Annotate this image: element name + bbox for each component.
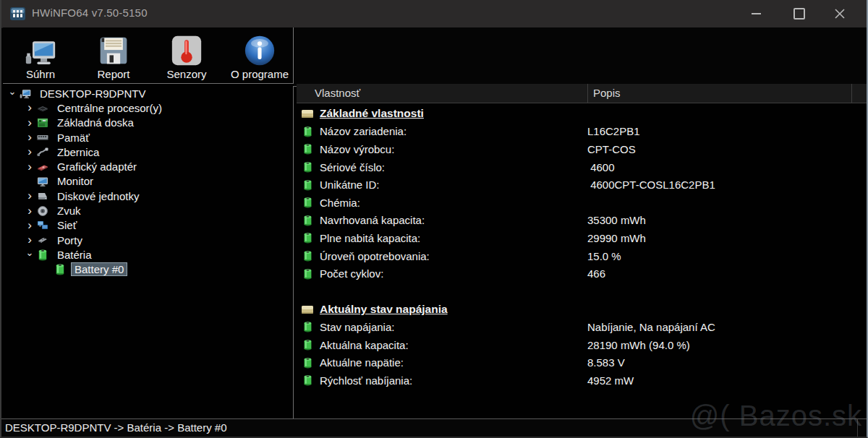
computer-icon <box>17 87 33 99</box>
tree-item-desktop-r9dpntv[interactable]: ⌄DESKTOP-R9DPNTV <box>3 86 293 100</box>
column-separator[interactable] <box>851 84 852 103</box>
device-tree: ⌄DESKTOP-R9DPNTV›Centrálne procesor(y)›Z… <box>3 86 294 419</box>
section-header: Základné vlastnosti <box>297 105 867 123</box>
toolbar-button-label: O programe <box>231 68 289 80</box>
chevron-right-icon[interactable]: › <box>25 218 35 233</box>
property-row[interactable]: Názov výrobcu:CPT-COS <box>297 140 867 158</box>
chevron-right-icon[interactable]: › <box>25 160 35 174</box>
battery-icon <box>52 263 68 275</box>
battery-icon <box>35 249 51 261</box>
tree-item-zbernica[interactable]: ›Zbernica <box>3 145 293 159</box>
column-separator[interactable] <box>587 84 588 103</box>
property-row[interactable]: Chémia: <box>297 194 867 212</box>
battery-icon <box>301 161 314 173</box>
toolbar-button-súhrn[interactable]: Súhrn <box>6 32 75 81</box>
property-row[interactable]: Plne nabitá kapacita:29990 mWh <box>297 229 867 247</box>
chevron-down-icon[interactable]: ⌄ <box>25 247 35 258</box>
property-row[interactable]: Sériové číslo: 4600 <box>297 158 867 176</box>
maximize-button[interactable] <box>783 0 816 27</box>
property-value: 4600 <box>587 161 615 173</box>
tree-item-monitor[interactable]: Monitor <box>3 174 293 189</box>
property-label: Rýchlosť nabíjania: <box>320 374 412 387</box>
property-label: Počet cyklov: <box>320 267 383 280</box>
tree-item-label: Pamäť <box>54 132 93 144</box>
chevron-right-icon[interactable]: › <box>25 233 35 247</box>
chevron-right-icon[interactable]: › <box>25 204 35 218</box>
properties-panel: Vlastnosť Popis Základné vlastnostiNázov… <box>297 84 867 419</box>
section-title: Aktuálny stav napájania <box>320 303 448 316</box>
chevron-right-icon[interactable]: › <box>25 100 35 115</box>
tree-item-label: Centrálne procesor(y) <box>54 102 165 114</box>
tree-item-z-kladn-doska[interactable]: ›Základná doska <box>3 116 293 130</box>
disk-icon <box>35 190 51 202</box>
property-value: 466 <box>587 267 605 280</box>
section-title: Základné vlastnosti <box>320 107 424 120</box>
property-label: Navrhovaná kapacita: <box>320 214 425 226</box>
toolbar-button-o-programe[interactable]: O programe <box>225 32 294 81</box>
info-icon <box>244 32 276 66</box>
toolbar-button-label: Súhrn <box>26 68 55 80</box>
chevron-down-icon[interactable]: ⌄ <box>7 86 17 97</box>
tree-item-label: Grafický adaptér <box>54 160 140 173</box>
property-label: Aktuálne napätie: <box>320 356 404 369</box>
tree-item-diskov-jednotky[interactable]: ›Diskové jednotky <box>3 189 293 203</box>
property-row[interactable]: Aktuálna kapacita:28190 mWh (94.0 %) <box>297 336 867 354</box>
property-label: Unikátne ID: <box>320 179 380 191</box>
ports-icon <box>35 234 51 246</box>
minimize-button[interactable] <box>739 0 773 27</box>
battery-icon <box>301 339 314 351</box>
floppy-icon <box>98 32 129 66</box>
toolbar-button-senzory[interactable]: Senzory <box>152 32 221 81</box>
tree-item-pam-[interactable]: ›Pamäť <box>3 130 293 145</box>
folder-icon <box>301 108 314 119</box>
window-title: HWiNFO64 v7.50-5150 <box>32 7 148 19</box>
property-row[interactable]: Aktuálne napätie:8.583 V <box>297 353 867 372</box>
tree-item-sie-[interactable]: ›Sieť <box>3 218 293 233</box>
tree-item-bat-ria[interactable]: ⌄Batéria <box>3 247 293 262</box>
battery-icon <box>301 250 314 262</box>
chevron-right-icon[interactable]: › <box>25 130 35 145</box>
tree-item-label: Monitor <box>54 175 96 187</box>
column-header-property[interactable]: Vlastnosť <box>315 87 360 99</box>
hwinfo-window: HWiNFO64 v7.50-5150 SúhrnReportSenzoryO … <box>0 0 868 438</box>
titlebar: HWiNFO64 v7.50-5150 <box>1 0 867 28</box>
tree-item-label: DESKTOP-R9DPNTV <box>37 87 148 100</box>
section-header: Aktuálny stav napájania <box>297 301 867 319</box>
property-row[interactable]: Stav napájania:Nabíjanie, Na napájaní AC <box>297 318 867 336</box>
chevron-right-icon[interactable]: › <box>25 116 35 130</box>
tree-item-zvuk[interactable]: ›Zvuk <box>3 203 293 218</box>
battery-icon <box>301 126 314 137</box>
toolbar-button-label: Report <box>97 68 129 80</box>
toolbar-button-report[interactable]: Report <box>79 32 148 81</box>
bus-icon <box>35 146 51 158</box>
column-header-description[interactable]: Popis <box>593 87 621 99</box>
gpu-icon <box>35 161 51 173</box>
folder-icon <box>301 304 314 315</box>
property-row[interactable]: Rýchlosť nabíjania:4952 mW <box>297 372 867 390</box>
tree-item-label: Battery #0 <box>72 263 127 275</box>
battery-icon <box>301 357 314 369</box>
tree-item-centr-lne-procesor-y-[interactable]: ›Centrálne procesor(y) <box>3 100 293 115</box>
tree-item-porty[interactable]: ›Porty <box>3 233 293 247</box>
thermometer-icon <box>171 32 203 66</box>
property-value: 8.583 V <box>587 356 625 369</box>
section-spacer <box>297 283 867 301</box>
tree-item-battery-0[interactable]: Battery #0 <box>3 262 293 277</box>
property-label: Stav napájania: <box>320 321 394 333</box>
property-row[interactable]: Úroveň opotrebovania:15.0 % <box>297 247 867 265</box>
close-button[interactable] <box>823 0 856 27</box>
tree-item-label: Zvuk <box>54 205 84 217</box>
status-grip <box>857 419 858 437</box>
chevron-right-icon[interactable]: › <box>25 189 35 203</box>
property-row[interactable]: Názov zariadenia:L16C2PB1 <box>297 123 867 141</box>
computer-icon <box>25 32 56 66</box>
property-row[interactable]: Navrhovaná kapacita:35300 mWh <box>297 212 867 230</box>
property-row[interactable]: Počet cyklov:466 <box>297 265 867 283</box>
toolbar-button-label: Senzory <box>166 68 206 80</box>
property-row[interactable]: Unikátne ID: 4600CPT-COSL16C2PB1 <box>297 176 867 194</box>
chevron-right-icon[interactable]: › <box>25 145 35 159</box>
monitor-icon <box>35 176 51 187</box>
property-label: Aktuálna kapacita: <box>320 339 409 351</box>
sound-icon <box>35 205 51 217</box>
tree-item-grafick-adapt-r[interactable]: ›Grafický adaptér <box>3 159 293 173</box>
